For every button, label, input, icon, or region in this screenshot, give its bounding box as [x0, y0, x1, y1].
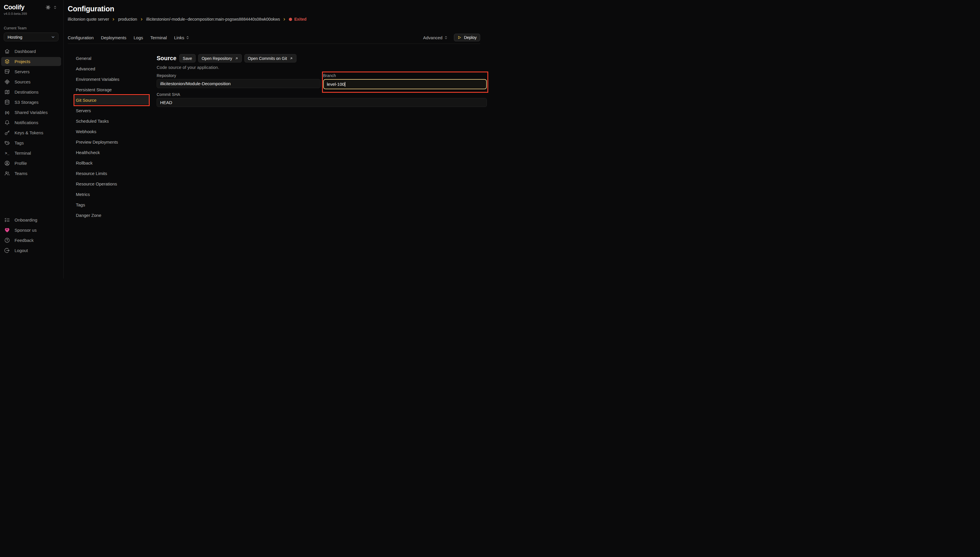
subnav-item-healthcheck[interactable]: Healthcheck: [75, 148, 149, 157]
chevrons-up-down-icon: [186, 36, 190, 39]
subnav-item-resource-operations[interactable]: Resource Operations: [75, 179, 149, 188]
tab-label: Terminal: [150, 35, 167, 40]
sidebar-item-dashboard[interactable]: Dashboard: [1, 47, 61, 56]
chevrons-up-down-icon[interactable]: [53, 5, 57, 9]
sidebar-item-terminal[interactable]: >_Terminal: [1, 148, 61, 158]
repository-input[interactable]: [157, 79, 320, 88]
sidebar-item-destinations[interactable]: Destinations: [1, 88, 61, 96]
key-icon: [4, 130, 10, 135]
variables-icon: (x): [4, 109, 10, 115]
page-title: Configuration: [68, 5, 480, 13]
subnav-item-label: Advanced: [76, 66, 95, 71]
subnav-item-label: Environment Variables: [76, 77, 119, 82]
subnav-item-tags[interactable]: Tags: [75, 200, 149, 209]
subnav-item-git-source[interactable]: Git Source: [75, 96, 149, 105]
sidebar-item-shared-variables[interactable]: (x)Shared Variables: [1, 108, 61, 117]
main-area: Configuration illicitonion quote server …: [63, 0, 490, 278]
subnav-item-label: Servers: [76, 108, 91, 113]
checklist-icon: [4, 217, 10, 223]
source-description: Code source of your application.: [157, 65, 487, 70]
play-icon: [457, 36, 462, 39]
help-icon: [4, 238, 10, 243]
chevron-right-icon: [140, 18, 143, 21]
subnav-item-servers[interactable]: Servers: [75, 106, 149, 115]
tab-label: Configuration: [68, 35, 94, 40]
subnav-item-webhooks[interactable]: Webhooks: [75, 127, 149, 136]
tags-icon: [4, 140, 10, 146]
sun-icon[interactable]: [46, 5, 50, 10]
commit-sha-label: Commit SHA: [157, 92, 487, 97]
subnav-item-label: Metrics: [76, 192, 90, 197]
subnav-item-label: General: [76, 56, 91, 61]
deploy-label: Deploy: [464, 35, 477, 40]
subnav-item-advanced[interactable]: Advanced: [75, 64, 149, 73]
arrow-up-right-icon: [235, 57, 238, 60]
subnav-item-metrics[interactable]: Metrics: [75, 190, 149, 199]
breadcrumb-environment[interactable]: production: [118, 17, 137, 21]
layers-icon: [4, 59, 10, 64]
source-heading: Source: [157, 55, 176, 62]
sidebar-item-sources[interactable]: Sources: [1, 77, 61, 86]
sidebar: Coolify v4.0.0-beta.399 Current Team Hos…: [0, 0, 63, 278]
logout-icon: [4, 248, 10, 253]
tab-label: Logs: [134, 35, 143, 40]
subnav-item-danger-zone[interactable]: Danger Zone: [75, 211, 149, 220]
config-subnav: GeneralAdvancedEnvironment VariablesPers…: [75, 54, 149, 221]
chevron-right-icon: [112, 18, 115, 21]
tab-links[interactable]: Links: [174, 35, 190, 40]
sidebar-item-label: Onboarding: [15, 217, 37, 222]
subnav-item-environment-variables[interactable]: Environment Variables: [75, 75, 149, 84]
subnav-item-label: Rollback: [76, 160, 93, 165]
open-repository-label: Open Repository: [202, 56, 232, 61]
subnav-item-scheduled-tasks[interactable]: Scheduled Tasks: [75, 117, 149, 125]
subnav-item-resource-limits[interactable]: Resource Limits: [75, 169, 149, 178]
sidebar-item-keys-tokens[interactable]: Keys & Tokens: [1, 128, 61, 137]
sidebar-item-notifications[interactable]: Notifications: [1, 118, 61, 127]
tabs: ConfigurationDeploymentsLogsTerminalLink…: [68, 35, 190, 40]
database-icon: [4, 99, 10, 105]
sidebar-item-s3-storages[interactable]: S3 Storages: [1, 98, 61, 107]
branch-input[interactable]: level-100: [323, 79, 487, 89]
advanced-menu[interactable]: Advanced: [423, 35, 448, 40]
subnav-item-label: Danger Zone: [76, 213, 101, 218]
sidebar-item-label: Sources: [15, 79, 31, 84]
open-repository-button[interactable]: Open Repository: [198, 54, 242, 62]
tab-label: Links: [174, 35, 184, 40]
breadcrumb: illicitonion quote server production ill…: [68, 17, 480, 21]
sidebar-item-projects[interactable]: Projects: [1, 57, 61, 66]
sidebar-item-sponsor-us[interactable]: Sponsor us: [1, 226, 61, 235]
home-icon: [4, 49, 10, 54]
open-commits-button[interactable]: Open Commits on Git: [244, 54, 297, 62]
tab-configuration[interactable]: Configuration: [68, 35, 94, 40]
tab-deployments[interactable]: Deployments: [101, 35, 127, 40]
subnav-item-persistent-storage[interactable]: Persistent Storage: [75, 85, 149, 94]
breadcrumb-project[interactable]: illicitonion quote server: [68, 17, 109, 21]
subnav-item-label: Resource Operations: [76, 181, 117, 186]
app-version: v4.0.0-beta.399: [4, 12, 61, 15]
server-icon: [4, 69, 10, 75]
tab-terminal[interactable]: Terminal: [150, 35, 167, 40]
chevrons-up-down-icon: [444, 36, 448, 39]
sidebar-item-profile[interactable]: Profile: [1, 159, 61, 168]
commit-sha-input[interactable]: [157, 98, 487, 107]
sidebar-item-logout[interactable]: Logout: [1, 246, 61, 255]
subnav-item-general[interactable]: General: [75, 54, 149, 63]
sidebar-item-label: S3 Storages: [15, 100, 39, 105]
team-select[interactable]: Hosting: [4, 33, 59, 41]
tab-logs[interactable]: Logs: [134, 35, 143, 40]
sidebar-item-label: Feedback: [15, 238, 34, 243]
advanced-label: Advanced: [423, 35, 443, 40]
deploy-button[interactable]: Deploy: [454, 34, 480, 41]
sidebar-item-onboarding[interactable]: Onboarding: [1, 215, 61, 225]
breadcrumb-resource[interactable]: illicitestonion/-module--decomposition:m…: [146, 17, 280, 21]
subnav-item-rollback[interactable]: Rollback: [75, 158, 149, 168]
sidebar-item-tags[interactable]: Tags: [1, 138, 61, 147]
sidebar-item-teams[interactable]: Teams: [1, 169, 61, 178]
sidebar-item-servers[interactable]: Servers: [1, 67, 61, 76]
subnav-item-label: Persistent Storage: [76, 87, 112, 92]
sidebar-item-feedback[interactable]: Feedback: [1, 236, 61, 245]
bell-icon: [4, 120, 10, 125]
subnav-item-preview-deployments[interactable]: Preview Deployments: [75, 137, 149, 147]
save-button[interactable]: Save: [179, 54, 196, 62]
subnav-item-label: Tags: [76, 202, 85, 207]
